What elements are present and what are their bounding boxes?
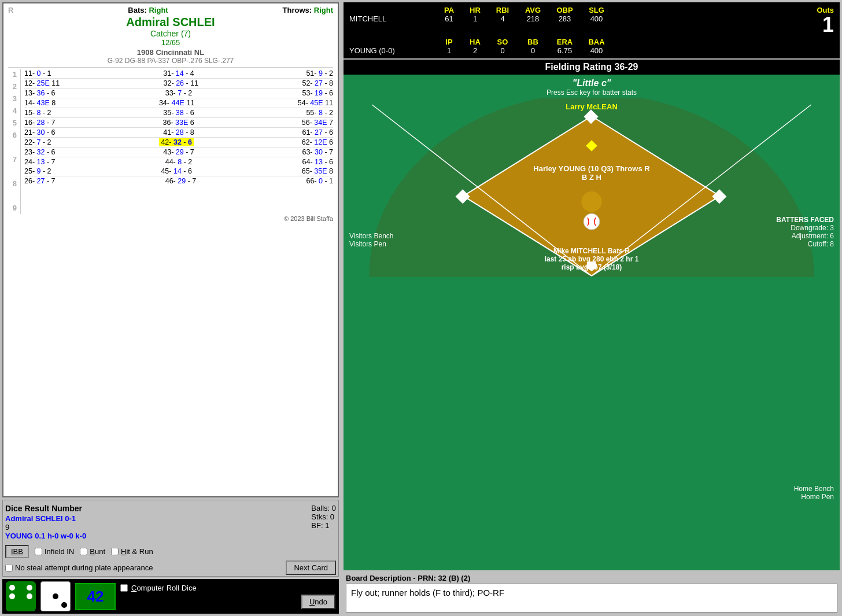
dice-33: 33- 7 - 2	[165, 89, 193, 97]
score-rbi-label: RBI	[488, 6, 517, 14]
dice-result-main: Dice Result Number Admiral SCHLEI 0-1 9 …	[5, 504, 336, 540]
wdot-9	[61, 602, 67, 608]
score-row-2-data: YOUNG (0-0) 1 2 0 0 6.75 400	[349, 46, 834, 55]
dot-1	[9, 585, 15, 591]
no-steal-label[interactable]: No steal attempt during plate appearance	[5, 563, 153, 572]
bunt-checkbox[interactable]	[80, 548, 87, 555]
dice-row-21: 21- 30 - 6 41- 28 - 8 61- 27 - 6	[24, 128, 333, 137]
undo-button[interactable]: Undo	[301, 595, 335, 609]
green-die	[6, 581, 36, 611]
dice-23: 23- 32 - 6	[24, 148, 56, 156]
dice-65: 65- 35E 8	[302, 167, 333, 175]
svg-point-8	[584, 213, 600, 230]
dice-result-area: Dice Result Number Admiral SCHLEI 0-1 9 …	[2, 500, 339, 577]
row-num-blank2	[8, 166, 18, 178]
hit-run-checkbox[interactable]	[111, 548, 119, 555]
dice-result-left: Dice Result Number Admiral SCHLEI 0-1 9 …	[5, 504, 311, 540]
dice-15: 15- 8 - 2	[24, 109, 51, 117]
computer-roll-checkbox[interactable]	[120, 584, 128, 592]
board-desc-label: Board Description - PRN: 32 (B) (2)	[346, 574, 837, 582]
ibb-button[interactable]: IBB	[5, 545, 29, 558]
dice-row-4: 14- 43E 8 34- 44E 11 54- 45E 11	[24, 98, 333, 108]
svg-point-7	[581, 191, 602, 212]
r-label: R	[8, 6, 13, 14]
dot-4	[9, 593, 15, 599]
player-name: Admiral SCHLEI	[8, 16, 333, 29]
dice-result-title: Dice Result Number	[5, 504, 311, 513]
dice-row-7: 22- 7 - 2 42- 32 - 6 62- 12E 6	[24, 137, 333, 147]
dice-row-5: 15- 8 - 2 35- 38 - 6 55- 8 - 2	[24, 108, 333, 118]
batter-info-area: Mike MITCHELL Bats R last 25 ab bvg 280 …	[545, 247, 639, 271]
score-slg-label: SLG	[581, 6, 612, 14]
dot-3	[27, 585, 32, 591]
next-card-button[interactable]: Next Card	[286, 560, 336, 575]
dice-row-8: 24- 13 - 7 44- 8 - 2 64- 13 - 6	[24, 157, 333, 167]
dice-61: 61- 27 - 6	[302, 128, 333, 137]
batters-faced: BATTERS FACED Downgrade: 3 Adjustment: 6…	[776, 216, 834, 248]
wdot-8	[53, 602, 58, 608]
row-num-blank3	[8, 190, 18, 202]
dice-row-25: 25- 9 - 2 45- 14 - 6 65- 35E 8	[24, 167, 333, 176]
score-bb-label: BB	[517, 38, 549, 46]
row-num-4: 4	[8, 105, 18, 117]
score-row-1-data: MITCHELL 61 1 4 218 283 400 1	[349, 14, 834, 35]
dice-31: 31- 14 - 4	[163, 69, 194, 78]
no-steal-checkbox[interactable]	[5, 564, 13, 571]
row-num-2: 2	[8, 81, 18, 93]
dice-21: 21- 30 - 6	[24, 128, 56, 137]
wdot-2	[53, 585, 58, 591]
dice-row-23: 23- 32 - 6 43- 29 - 7 63- 30 - 7	[24, 147, 333, 157]
dice-result-counts: Balls: 0 Stks: 0 BF: 1	[311, 504, 336, 540]
row-num-9: 9	[8, 202, 18, 214]
pitcher-info: Harley YOUNG (10 Q3) Throws R B Z H	[533, 164, 649, 182]
pitcher-blank	[349, 38, 436, 46]
player-team: 1908 Cincinnati NL	[8, 48, 333, 57]
board-desc-box: Fly out; runner holds (F to third); PO-R…	[346, 584, 837, 613]
dice-row-6: 16- 28 - 7 36- 33E 6 56- 34E 7	[24, 118, 333, 128]
stks-count: Stks: 0	[311, 512, 336, 521]
batter-obp: 283	[549, 14, 581, 35]
dice-44: 44- 8 - 2	[165, 158, 193, 166]
batter-name: MITCHELL	[349, 14, 436, 35]
dice-16: 16- 28 - 7	[24, 119, 56, 127]
score-obp-label: OBP	[549, 6, 581, 14]
dot-6	[27, 593, 32, 599]
bats-field: Bats: Right	[128, 6, 168, 14]
adjustment: Adjustment: 6	[776, 232, 834, 240]
dice-row-3: 13- 36 - 6 33- 7 - 2 53- 19 - 6	[24, 88, 333, 98]
dot-2	[18, 585, 24, 591]
infield-in-label: Infield IN	[45, 547, 74, 556]
player-card: R Bats: Right Throws: Right Admiral SCHL…	[2, 2, 339, 497]
home-pen-label: Home Pen	[794, 493, 834, 501]
pitcher-ip: 1	[436, 46, 462, 55]
infield-in-checkbox[interactable]	[35, 548, 42, 555]
batter-pa: 61	[436, 14, 462, 35]
score-pa-label: PA	[436, 6, 462, 14]
throws-label: Throws:	[283, 6, 312, 14]
bunt-label: Bunt	[90, 547, 105, 556]
dice-35: 35- 38 - 6	[163, 109, 194, 117]
score-era-label: ERA	[549, 38, 581, 46]
score-row-1-header: PA HR RBI AVG OBP SLG Outs	[349, 6, 834, 14]
dice-24: 24- 13 - 7	[24, 158, 56, 166]
infield-in-checkbox-label[interactable]: Infield IN	[35, 547, 74, 556]
home-bench-label: Home Bench	[794, 485, 834, 493]
dice-table-container: 1 2 3 4 5 6 7 8 9 11- 0 - 1 31- 14 - 4	[8, 69, 333, 214]
card-header: R Bats: Right Throws: Right	[8, 6, 333, 14]
balls-count: Balls: 0	[311, 504, 336, 512]
dot-5	[18, 593, 24, 599]
downgrade: Downgrade: 3	[776, 224, 834, 232]
dice-66: 66- 0 - 1	[306, 177, 333, 185]
pitcher-so: 0	[488, 46, 517, 55]
batter-info-line2: last 25 ab bvg 280 ebh 2 hr 1	[545, 255, 639, 263]
wdot-1	[44, 585, 50, 591]
hit-run-checkbox-label[interactable]: Hit & Run	[111, 547, 153, 556]
bunt-checkbox-label[interactable]: Bunt	[80, 547, 105, 556]
score-outs-label: Outs	[612, 6, 834, 14]
player-number: 12/65	[8, 38, 333, 47]
dice-row-1: 11- 0 - 1 31- 14 - 4 51- 9 - 2	[24, 69, 333, 79]
pitcher-bb: 0	[517, 46, 549, 55]
score-avg-label: AVG	[517, 6, 549, 14]
score-baa-label: BAA	[581, 38, 612, 46]
row-num-3: 3	[8, 93, 18, 105]
